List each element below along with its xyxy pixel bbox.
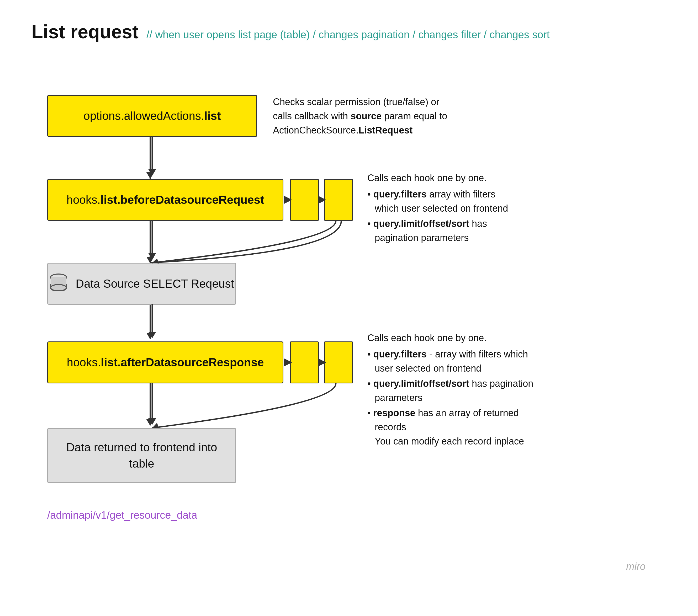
ann3-line7: records [375,420,533,434]
hook-box2-small2 [324,179,353,221]
ann3-line8: You can modify each record inplace [375,434,533,448]
hook-box4-small1 [290,341,319,383]
footer-link[interactable]: /adminapi/v1/get_resource_data [47,509,197,521]
ann3-line2: • query.filters - array with filters whi… [367,347,533,361]
curved-connector [320,218,373,271]
ann2-line3: which user selected on frontend [375,201,508,216]
svg-rect-19 [51,277,66,284]
box-after-datasource: hooks.list.afterDatasourceResponse [47,341,283,383]
arrow-box2-small2 [317,195,327,205]
miro-watermark: miro [626,561,645,572]
ann2-line5: pagination parameters [375,231,508,245]
annotation-box2: Calls each hook one by one. • query.filt… [367,171,508,245]
ann2-line1: Calls each hook one by one. [367,171,508,185]
arrow-1-2 [144,137,160,181]
box-allowed-actions: options.allowedActions.list [47,95,257,137]
annotation-box4: Calls each hook one by one. • query.filt… [367,331,533,448]
ann2-line4: • query.limit/offset/sort has [367,217,508,231]
svg-marker-22 [284,358,292,366]
svg-marker-30 [148,332,156,338]
box-before-datasource: hooks.list.beforeDatasourceRequest [47,179,283,221]
ann1-line2: calls callback with source param equal t… [273,109,447,123]
arrow-box4-small2 [317,357,327,368]
arrow-box4-small1 [283,357,293,368]
box-datasource-label: Data Source SELECT Reqeust [75,277,234,290]
database-icon [49,273,68,294]
box-allowed-actions-label: options.allowedActions.list [83,109,221,123]
svg-marker-16 [284,196,292,204]
svg-marker-17 [318,196,326,204]
page-title: List request [31,21,139,42]
box-after-datasource-label: hooks.list.afterDatasourceResponse [67,356,264,369]
ann3-line5: parameters [375,391,533,405]
svg-marker-23 [318,358,326,366]
page-header: List request // when user opens list pag… [31,21,667,42]
ann1-line1: Checks scalar permission (true/false) or [273,95,447,109]
arrow-3-4 [144,304,160,344]
box-data-returned-label: Data returned to frontend intotable [66,439,217,472]
ann3-line1: Calls each hook one by one. [367,331,533,345]
ann3-line3: user selected on frontend [375,361,533,375]
diagram: options.allowedActions.list Checks scala… [31,63,667,588]
ann3-line4: • query.limit/offset/sort has pagination [367,376,533,391]
ann2-line2: • query.filters array with filters [367,187,508,201]
annotation-box1: Checks scalar permission (true/false) or… [273,95,447,138]
svg-marker-32 [148,418,156,425]
curved-connector2 [320,381,373,439]
hook-box2-small1 [290,179,319,221]
header-comment: // when user opens list page (table) / c… [146,29,549,41]
arrow-2-3 [144,220,160,265]
ann1-line3: ActionCheckSource.ListRequest [273,123,447,138]
ann3-line6: • response has an array of returned [367,406,533,420]
arrow-4-5 [144,383,160,430]
page-container: List request // when user opens list pag… [0,0,698,616]
svg-marker-26 [148,169,156,176]
arrow-box2-small1 [283,195,293,205]
box-before-datasource-label: hooks.list.beforeDatasourceRequest [66,193,264,206]
svg-marker-28 [148,253,156,260]
hook-box4-small2 [324,341,353,383]
box-datasource-select: Data Source SELECT Reqeust [47,263,236,305]
box-data-returned: Data returned to frontend intotable [47,428,236,483]
